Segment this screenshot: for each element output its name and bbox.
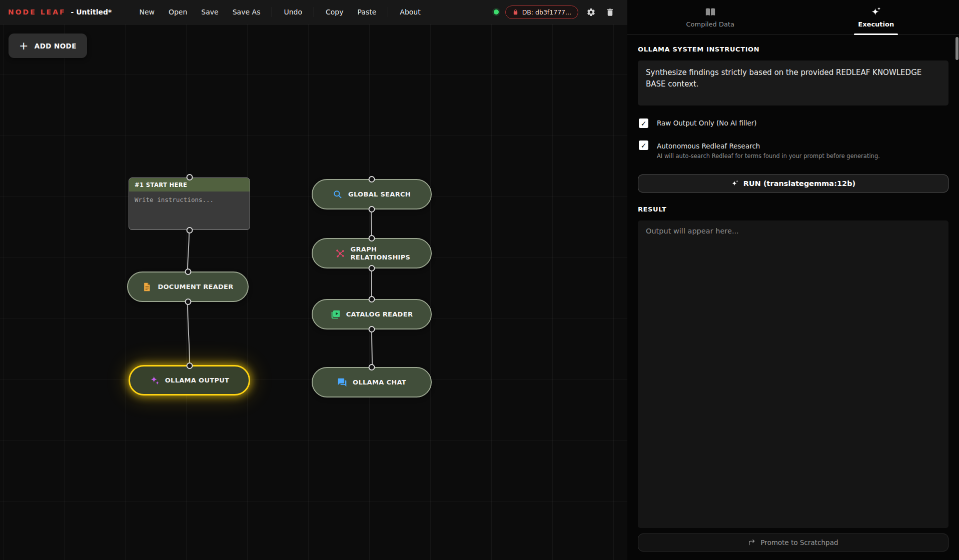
tab-label: Execution — [858, 20, 894, 28]
output-port[interactable] — [369, 265, 375, 272]
document-title: - Untitled* — [71, 8, 112, 16]
db-badge[interactable]: DB: db3f1777... — [505, 6, 578, 19]
promote-button-label: Promote to Scratchpad — [760, 538, 838, 546]
autonomous-research-sublabel: AI will auto-search Redleaf for terms fo… — [657, 152, 880, 160]
output-port[interactable] — [369, 206, 375, 212]
tab-compiled-data[interactable]: Compiled Data — [627, 0, 793, 34]
input-port[interactable] — [369, 296, 375, 302]
execution-panel: Compiled Data Execution OLLAMA SYSTEM IN… — [627, 0, 959, 560]
run-button[interactable]: RUN (translategemma:12b) — [638, 174, 948, 192]
add-node-label: ADD NODE — [35, 42, 77, 50]
delete-button[interactable] — [604, 6, 616, 18]
node-document-reader[interactable]: DOCUMENT READER — [127, 272, 249, 302]
plus-icon: + — [19, 40, 29, 52]
menu-divider — [314, 7, 314, 17]
run-button-label: RUN (translategemma:12b) — [743, 180, 855, 188]
result-heading: RESULT — [638, 206, 948, 213]
input-port[interactable] — [186, 362, 193, 369]
panel-tabs: Compiled Data Execution — [627, 0, 959, 35]
tab-execution[interactable]: Execution — [793, 0, 959, 34]
menu-open[interactable]: Open — [162, 4, 194, 20]
settings-button[interactable] — [585, 6, 597, 18]
sparkles-icon — [150, 376, 160, 386]
trash-icon — [605, 8, 615, 17]
node-ollama-output[interactable]: OLLAMA OUTPUT — [129, 365, 250, 396]
system-instruction-heading: OLLAMA SYSTEM INSTRUCTION — [638, 46, 948, 53]
node-label: CATALOG READER — [346, 310, 413, 318]
tab-label: Compiled Data — [686, 20, 734, 28]
node-canvas[interactable]: + ADD NODE #1 START HERE Write instructi… — [0, 24, 627, 560]
menu-save[interactable]: Save — [195, 4, 225, 20]
node-start[interactable]: #1 START HERE Write instructions... — [129, 178, 250, 230]
menu-about[interactable]: About — [393, 4, 427, 20]
node-label: OLLAMA CHAT — [353, 378, 406, 386]
menu-undo[interactable]: Undo — [277, 4, 309, 20]
node-label: GLOBAL SEARCH — [348, 190, 411, 198]
sparkle-icon — [870, 6, 881, 18]
node-label: OLLAMA OUTPUT — [165, 376, 230, 384]
document-icon — [142, 282, 152, 292]
add-node-button[interactable]: + ADD NODE — [9, 34, 87, 58]
node-label: DOCUMENT READER — [158, 283, 233, 290]
catalog-icon — [331, 310, 341, 320]
gear-icon — [586, 8, 596, 17]
node-catalog-reader[interactable]: CATALOG READER — [312, 299, 432, 330]
node-ollama-chat[interactable]: OLLAMA CHAT — [312, 367, 432, 398]
checkbox-checked-icon: ✓ — [639, 118, 648, 128]
panel-body: OLLAMA SYSTEM INSTRUCTION Synthesize fin… — [627, 35, 959, 560]
node-graph-relationships[interactable]: GRAPH RELATIONSHIPS — [312, 238, 432, 268]
graph-icon — [335, 248, 345, 258]
topbar-right-cluster: DB: db3f1777... — [494, 6, 619, 19]
menu-bar: New Open Save Save As Undo Copy Paste Ab… — [133, 4, 427, 20]
node-global-search[interactable]: GLOBAL SEARCH — [312, 179, 432, 210]
lock-icon — [512, 9, 519, 16]
node-label: GRAPH RELATIONSHIPS — [351, 246, 409, 261]
menu-divider — [388, 7, 388, 17]
db-badge-label: DB: db3f1777... — [522, 8, 571, 16]
raw-output-checkbox-row[interactable]: ✓ Raw Output Only (No AI filler) — [638, 119, 948, 128]
input-port[interactable] — [369, 176, 375, 182]
app-root: NODE LEAF - Untitled* New Open Save Save… — [0, 0, 959, 560]
raw-output-label: Raw Output Only (No AI filler) — [657, 119, 757, 127]
output-port[interactable] — [185, 298, 191, 305]
promote-arrow-icon — [748, 538, 756, 546]
promote-to-scratchpad-button[interactable]: Promote to Scratchpad — [638, 534, 948, 552]
autonomous-research-label: Autonomous Redleaf Research — [657, 142, 760, 150]
menu-new[interactable]: New — [133, 4, 161, 20]
input-port[interactable] — [369, 364, 375, 370]
result-output-area: Output will appear here... — [638, 220, 948, 528]
app-logo: NODE LEAF — [8, 8, 66, 16]
chat-icon — [337, 378, 347, 388]
input-port[interactable] — [185, 268, 191, 275]
output-port[interactable] — [369, 326, 375, 332]
book-icon — [705, 6, 716, 18]
system-instruction-input[interactable]: Synthesize findings strictly based on th… — [638, 60, 948, 106]
menu-divider — [272, 7, 272, 17]
menu-save-as[interactable]: Save As — [226, 4, 267, 20]
checkbox-checked-icon: ✓ — [639, 140, 648, 150]
topbar: NODE LEAF - Untitled* New Open Save Save… — [0, 0, 627, 24]
menu-copy[interactable]: Copy — [319, 4, 350, 20]
input-port[interactable] — [186, 174, 193, 180]
input-port[interactable] — [369, 235, 375, 242]
sparkle-icon — [731, 180, 739, 188]
node-start-instructions-input[interactable]: Write instructions... — [129, 192, 250, 208]
menu-paste[interactable]: Paste — [351, 4, 383, 20]
edges-layer — [0, 24, 627, 560]
panel-scrollbar-thumb[interactable] — [955, 37, 958, 60]
search-icon — [333, 190, 343, 200]
connection-status-dot — [494, 10, 499, 14]
output-port[interactable] — [186, 227, 193, 234]
autonomous-research-checkbox-row[interactable]: ✓ Autonomous Redleaf Research AI will au… — [638, 141, 948, 160]
